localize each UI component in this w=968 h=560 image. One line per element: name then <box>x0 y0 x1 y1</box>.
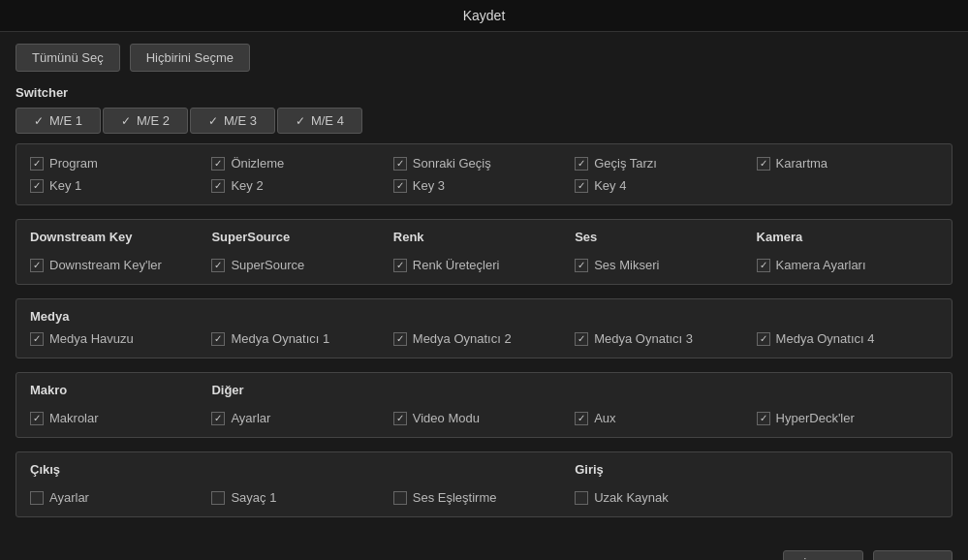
hyperdeck-checkbox[interactable]: ✓ <box>757 412 770 425</box>
supersource-label: SuperSource <box>231 258 304 272</box>
switcher-key2[interactable]: ✓ Key 2 <box>211 176 392 195</box>
uzak-kaynak-checkbox[interactable] <box>575 491 588 505</box>
tab-me2[interactable]: ✓ M/E 2 <box>103 108 188 134</box>
kamera-ayarlari-checkbox[interactable]: ✓ <box>757 259 770 272</box>
makrolar-checkbox[interactable]: ✓ <box>30 412 44 425</box>
switcher-key1-checkbox[interactable]: ✓ <box>30 179 44 193</box>
switcher-karartma-label: Karartma <box>776 156 827 171</box>
switcher-gecis-tarzi-checkbox[interactable]: ✓ <box>575 157 588 171</box>
medya-oynatici3-checkbox[interactable]: ✓ <box>575 332 588 346</box>
sayac1[interactable]: Sayaç 1 <box>211 488 392 507</box>
hyperdeck[interactable]: ✓ HyperDeck'ler <box>757 409 938 427</box>
downstream-key-title: Downstream Key <box>30 230 211 244</box>
switcher-program[interactable]: ✓ Program <box>30 154 211 172</box>
tab-me3-label: M/E 3 <box>224 113 257 128</box>
switcher-onizleme[interactable]: ✓ Önizleme <box>211 154 392 172</box>
cikis-ayarlar-checkbox[interactable] <box>30 491 44 505</box>
downstream-keyler-checkbox[interactable]: ✓ <box>30 259 44 272</box>
diger-ayarlar[interactable]: ✓ Ayarlar <box>211 409 392 427</box>
switcher-key3[interactable]: ✓ Key 3 <box>393 176 575 195</box>
switcher-onizleme-label: Önizleme <box>231 156 284 171</box>
switcher-gecis-tarzi-label: Geçiş Tarzı <box>594 156 657 171</box>
top-buttons-row: Tümünü Seç Hiçbirini Seçme <box>16 44 952 72</box>
video-modu[interactable]: ✓ Video Modu <box>393 409 575 427</box>
save-button[interactable]: Kaydet <box>873 550 952 560</box>
ses-mikseri-checkbox[interactable]: ✓ <box>575 259 588 272</box>
video-modu-checkbox[interactable]: ✓ <box>393 412 407 425</box>
medya-havuzu-label: Medya Havuzu <box>49 331 134 346</box>
tab-me4-label: M/E 4 <box>311 113 344 128</box>
diger-ayarlar-label: Ayarlar <box>231 411 270 425</box>
switcher-key4-checkbox[interactable]: ✓ <box>575 179 588 193</box>
ses-eslestirme-checkbox[interactable] <box>393 491 407 505</box>
switcher-karartma[interactable]: ✓ Karartma <box>757 154 938 172</box>
switcher-row1: ✓ Program ✓ Önizleme ✓ Sonraki Geçiş ✓ G… <box>30 154 938 172</box>
cikis-title: Çıkış <box>30 462 211 477</box>
switcher-key4[interactable]: ✓ Key 4 <box>575 176 756 195</box>
renk-uretecleri[interactable]: ✓ Renk Üreteçleri <box>393 256 575 274</box>
medya-oynatici1[interactable]: ✓ Medya Oynatıcı 1 <box>211 329 392 348</box>
title-bar: Kaydet <box>0 0 968 32</box>
switcher-program-checkbox[interactable]: ✓ <box>30 157 44 171</box>
switcher-section: Switcher ✓ M/E 1 ✓ M/E 2 ✓ M/E 3 ✓ M/E 4 <box>16 85 952 205</box>
cikis-ayarlar[interactable]: Ayarlar <box>30 488 211 507</box>
title-label: Kaydet <box>463 8 506 23</box>
renk-uretecleri-checkbox[interactable]: ✓ <box>393 259 407 272</box>
ses-mikseri-label: Ses Mikseri <box>594 258 659 272</box>
medya-oynatici2-checkbox[interactable]: ✓ <box>393 332 407 346</box>
supersource-item[interactable]: ✓ SuperSource <box>211 256 392 274</box>
medya-oynatici2-label: Medya Oynatıcı 2 <box>413 331 512 346</box>
switcher-title: Switcher <box>16 85 952 100</box>
sayac1-label: Sayaç 1 <box>231 490 276 505</box>
cancel-button[interactable]: İptal Et <box>783 550 862 560</box>
switcher-key2-label: Key 2 <box>231 178 263 193</box>
ses-eslestirme[interactable]: Ses Eşleştirme <box>393 488 575 507</box>
medya-havuzu[interactable]: ✓ Medya Havuzu <box>30 329 211 348</box>
switcher-sonraki-gecis-checkbox[interactable]: ✓ <box>393 157 407 171</box>
switcher-gecis-tarzi[interactable]: ✓ Geçiş Tarzı <box>575 154 756 172</box>
switcher-row2: ✓ Key 1 ✓ Key 2 ✓ Key 3 ✓ Key 4 <box>30 176 938 195</box>
select-none-button[interactable]: Hiçbirini Seçme <box>130 44 250 72</box>
tab-me4-check-icon: ✓ <box>296 114 305 128</box>
mid-sections-headers: Downstream Key SuperSource Renk Ses Kame… <box>30 230 938 250</box>
tab-me1-check-icon: ✓ <box>34 114 44 128</box>
tab-me1[interactable]: ✓ M/E 1 <box>16 108 101 134</box>
select-all-button[interactable]: Tümünü Seç <box>16 44 120 72</box>
diger-ayarlar-checkbox[interactable]: ✓ <box>211 412 225 425</box>
medya-oynatici4[interactable]: ✓ Medya Oynatıcı 4 <box>757 329 938 348</box>
medya-oynatici4-checkbox[interactable]: ✓ <box>757 332 770 346</box>
mid-sections-items: ✓ Downstream Key'ler ✓ SuperSource ✓ Ren… <box>30 256 938 274</box>
uzak-kaynak[interactable]: Uzak Kaynak <box>575 488 756 507</box>
makrolar[interactable]: ✓ Makrolar <box>30 409 211 427</box>
cikis-giris-headers: Çıkış Giriş <box>30 462 938 482</box>
medya-havuzu-checkbox[interactable]: ✓ <box>30 332 44 346</box>
switcher-tabs: ✓ M/E 1 ✓ M/E 2 ✓ M/E 3 ✓ M/E 4 <box>16 108 952 134</box>
medya-oynatici2[interactable]: ✓ Medya Oynatıcı 2 <box>393 329 575 348</box>
supersource-checkbox[interactable]: ✓ <box>211 259 225 272</box>
switcher-key2-checkbox[interactable]: ✓ <box>211 179 225 193</box>
switcher-onizleme-checkbox[interactable]: ✓ <box>211 157 225 171</box>
tab-me3[interactable]: ✓ M/E 3 <box>190 108 275 134</box>
switcher-key3-label: Key 3 <box>413 178 445 193</box>
tab-me2-check-icon: ✓ <box>121 114 131 128</box>
kamera-title: Kamera <box>757 230 938 244</box>
medya-oynatici1-checkbox[interactable]: ✓ <box>211 332 225 346</box>
diger-title: Diğer <box>211 383 392 397</box>
switcher-key3-checkbox[interactable]: ✓ <box>393 179 407 193</box>
switcher-karartma-checkbox[interactable]: ✓ <box>757 157 770 171</box>
aux[interactable]: ✓ Aux <box>575 409 756 427</box>
sayac1-checkbox[interactable] <box>211 491 225 505</box>
aux-checkbox[interactable]: ✓ <box>575 412 588 425</box>
switcher-sonraki-gecis[interactable]: ✓ Sonraki Geçiş <box>393 154 575 172</box>
kamera-ayarlari[interactable]: ✓ Kamera Ayarları <box>757 256 938 274</box>
downstream-keyler[interactable]: ✓ Downstream Key'ler <box>30 256 211 274</box>
medya-oynatici4-label: Medya Oynatıcı 4 <box>776 331 875 346</box>
medya-oynatici3[interactable]: ✓ Medya Oynatıcı 3 <box>575 329 756 348</box>
tab-me2-label: M/E 2 <box>137 113 170 128</box>
ses-mikseri[interactable]: ✓ Ses Mikseri <box>575 256 756 274</box>
switcher-key1[interactable]: ✓ Key 1 <box>30 176 211 195</box>
cikis-giris-items: Ayarlar Sayaç 1 Ses Eşleştirme Uzak Kayn… <box>30 488 938 507</box>
renk-title: Renk <box>393 230 575 244</box>
uzak-kaynak-label: Uzak Kaynak <box>594 490 669 505</box>
tab-me4[interactable]: ✓ M/E 4 <box>277 108 362 134</box>
